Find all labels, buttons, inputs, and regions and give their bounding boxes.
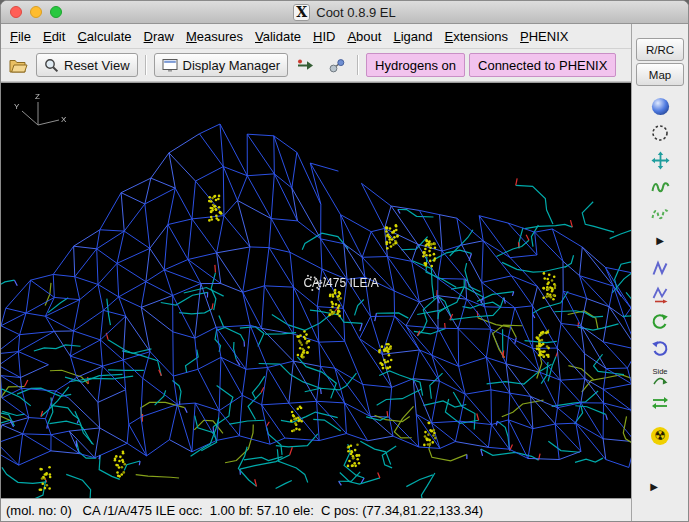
magnifier-icon [44, 58, 59, 73]
menu-calculate[interactable]: Calculate [71, 26, 137, 47]
menubar: File Edit Calculate Draw Measures Valida… [1, 24, 631, 49]
toolbar-separator [145, 55, 147, 75]
viewport-3d: Z Y X CA /475 ILE/A [1, 82, 631, 498]
folder-open-icon [9, 58, 28, 73]
refine-regularize-control-button[interactable]: R/RC [636, 38, 684, 61]
monitor-icon [162, 58, 178, 73]
menu-about[interactable]: About [341, 26, 387, 47]
gl-canvas[interactable] [1, 83, 631, 498]
maximize-button[interactable] [50, 6, 62, 18]
circular-arrow-blue-icon[interactable] [650, 339, 670, 359]
menu-draw[interactable]: Draw [138, 26, 180, 47]
molecule-button[interactable] [323, 53, 350, 77]
x11-icon: X [293, 4, 310, 21]
menu-measures[interactable]: Measures [180, 26, 249, 47]
torsion-zigzag-arrow-icon[interactable] [650, 285, 670, 305]
modelling-icon-strip: ▶ [632, 96, 688, 521]
hydrogens-status-chip[interactable]: Hydrogens on [366, 53, 465, 77]
sphere-icon[interactable] [650, 96, 670, 116]
display-manager-button[interactable]: Display Manager [154, 53, 289, 77]
dashed-coil-icon[interactable] [650, 204, 670, 224]
menu-validate[interactable]: Validate [249, 26, 307, 47]
orientation-axes: Z Y X [11, 89, 69, 147]
axis-y-label: Y [14, 102, 20, 111]
minimize-button[interactable] [30, 6, 42, 18]
statusbar: (mol. no: 0) CA /1/A/475 ILE occ: 1.00 b… [1, 498, 631, 521]
status-text: (mol. no: 0) CA /1/A/475 ILE occ: 1.00 b… [6, 503, 483, 518]
reset-view-button[interactable]: Reset View [36, 53, 138, 77]
titlebar: X Coot 0.8.9 EL [1, 1, 688, 24]
expander-icon[interactable]: ▶ [650, 231, 670, 251]
toolbar-separator [357, 55, 359, 75]
exchange-arrows-icon[interactable] [650, 393, 670, 413]
window-title-text: Coot 0.8.9 EL [316, 5, 396, 20]
main-column: File Edit Calculate Draw Measures Valida… [1, 24, 631, 521]
window-title: X Coot 0.8.9 EL [1, 4, 688, 21]
menu-phenix[interactable]: PHENIX [514, 26, 574, 47]
phenix-status-chip[interactable]: Connected to PHENIX [469, 53, 616, 77]
menu-hid[interactable]: HID [307, 26, 341, 47]
axis-x-label: X [61, 115, 67, 124]
move-cross-icon[interactable] [650, 150, 670, 170]
dashed-circle-icon[interactable] [650, 123, 670, 143]
reset-view-label: Reset View [64, 58, 130, 73]
radiation-icon[interactable]: ☢ [650, 426, 670, 446]
open-coordinates-button[interactable] [5, 53, 32, 77]
axis-z-label: Z [35, 92, 40, 101]
display-manager-label: Display Manager [183, 58, 281, 73]
toolbar: Reset View Display Manager [1, 49, 631, 82]
coil-icon[interactable] [650, 177, 670, 197]
coot-window: X Coot 0.8.9 EL File Edit Calculate Draw… [0, 0, 689, 522]
atom-label: CA /475 ILE/A [303, 276, 378, 290]
goto-arrow-icon [297, 58, 314, 72]
right-toolbar-panel: R/RC Map [631, 24, 688, 521]
circular-arrow-green-icon[interactable] [650, 312, 670, 332]
traffic-lights [10, 6, 62, 18]
menu-ligand[interactable]: Ligand [387, 26, 438, 47]
menu-extensions[interactable]: Extensions [438, 26, 514, 47]
side-chain-flip-icon[interactable]: Side [650, 366, 670, 386]
menu-edit[interactable]: Edit [37, 26, 71, 47]
torsion-zigzag-icon[interactable] [650, 258, 670, 278]
close-button[interactable] [10, 6, 22, 18]
bottom-expander-icon[interactable]: ▶ [644, 477, 664, 497]
map-button[interactable]: Map [636, 63, 684, 86]
molecule-icon [329, 58, 345, 73]
menu-file[interactable]: File [4, 26, 37, 47]
goto-atom-button[interactable] [292, 53, 319, 77]
window-body: File Edit Calculate Draw Measures Valida… [1, 24, 688, 521]
